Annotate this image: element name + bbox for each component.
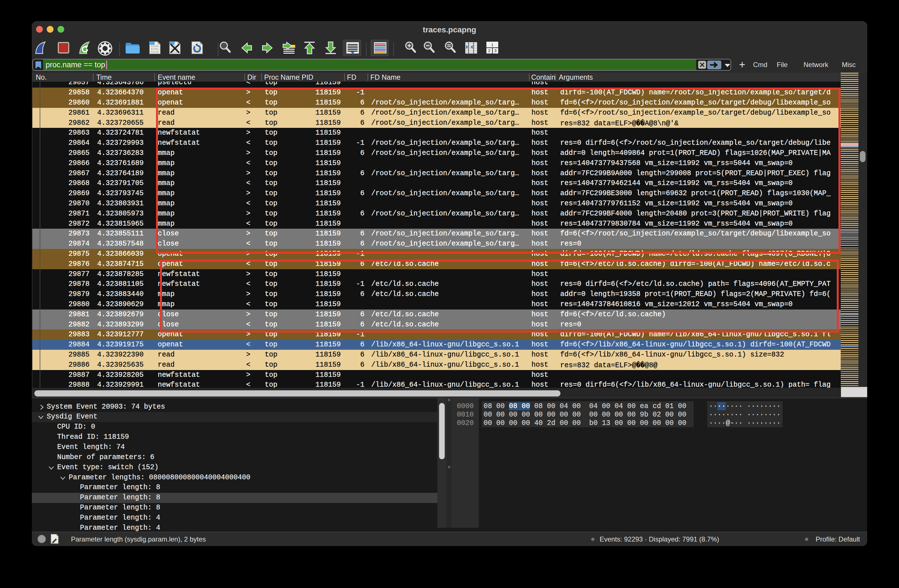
svg-text:01110: 01110: [151, 51, 159, 54]
svg-text:3: 3: [494, 48, 497, 53]
svg-text:1: 1: [491, 42, 493, 47]
svg-text:2: 2: [488, 48, 490, 53]
svg-text:01101: 01101: [151, 48, 159, 51]
svg-text:01010: 01010: [151, 45, 159, 48]
